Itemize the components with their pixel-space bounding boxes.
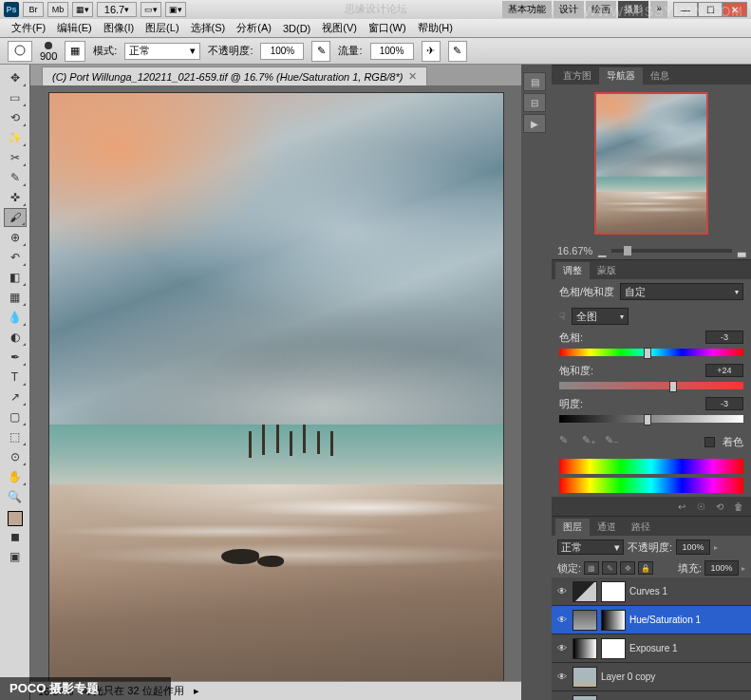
layer-mask-thumbnail[interactable] (601, 581, 626, 602)
stamp-tool[interactable]: ⊕ (4, 228, 27, 247)
menu-image[interactable]: 图像(I) (100, 19, 138, 37)
layer-mask-thumbnail[interactable] (601, 610, 626, 631)
airbrush-button[interactable]: ✈ (422, 41, 441, 62)
saturation-value-input[interactable] (705, 364, 743, 377)
zoom-out-icon[interactable]: ▁ (598, 245, 606, 257)
layer-name-label[interactable]: Layer 0 copy (601, 672, 747, 682)
shape-tool[interactable]: ▢ (4, 407, 27, 426)
history-brush-tool[interactable]: ↶ (4, 248, 27, 267)
layer-name-label[interactable]: Exposure 1 (629, 643, 747, 653)
brush-panel-toggle[interactable]: ▦ (65, 41, 85, 62)
lock-transparency-button[interactable]: ▦ (584, 561, 599, 575)
marquee-tool[interactable]: ▭ (4, 88, 27, 107)
opacity-pressure-button[interactable]: ✎ (311, 41, 330, 62)
eyedropper-tool[interactable]: ✎ (4, 168, 27, 187)
layer-row[interactable]: 👁Exposure 1 (552, 634, 751, 663)
arrange-button[interactable]: ▭▾ (141, 2, 161, 17)
menu-3d[interactable]: 3D(D) (279, 21, 314, 36)
menu-select[interactable]: 选择(S) (187, 19, 230, 37)
adjustments-tab[interactable]: 调整 (555, 262, 590, 279)
screen-mode-button[interactable]: ▣▾ (165, 2, 186, 17)
tablet-pressure-button[interactable]: ✎ (448, 41, 467, 62)
history-panel-icon[interactable]: ▤ (523, 72, 546, 91)
layer-row[interactable]: 👁Hue/Saturation 1 (552, 606, 751, 634)
layer-blend-select[interactable]: 正常▾ (557, 539, 624, 555)
saturation-slider[interactable] (559, 382, 743, 391)
blur-tool[interactable]: 💧 (4, 308, 27, 327)
layer-thumbnail[interactable] (573, 638, 597, 659)
paths-tab[interactable]: 路径 (624, 519, 658, 536)
healing-tool[interactable]: ✜ (4, 188, 27, 207)
range-select[interactable]: 全图▾ (572, 308, 629, 325)
type-tool[interactable]: T (4, 368, 27, 387)
layer-thumbnail[interactable] (573, 695, 597, 701)
masks-tab[interactable]: 蒙版 (590, 262, 624, 279)
play-panel-icon[interactable]: ▶ (523, 114, 546, 133)
gradient-tool[interactable]: ▦ (4, 288, 27, 307)
quick-mask-button[interactable]: ◼ (4, 527, 27, 546)
brush-tool-preset[interactable] (8, 41, 32, 62)
screen-mode-tool[interactable]: ▣ (4, 547, 27, 566)
eyedropper-add-icon[interactable]: ✎₊ (582, 434, 597, 449)
lightness-value-input[interactable] (705, 397, 743, 410)
minibridge-button[interactable]: Mb (47, 2, 68, 17)
info-tab[interactable]: 信息 (643, 67, 677, 85)
layer-fill-input[interactable] (704, 560, 739, 576)
actions-panel-icon[interactable]: ⊟ (523, 93, 546, 112)
layer-thumbnail[interactable] (573, 581, 597, 602)
zoom-level-dropdown[interactable]: 16.7 ▾ (97, 2, 137, 17)
foreground-color-swatch[interactable] (8, 511, 23, 526)
histogram-tab[interactable]: 直方图 (555, 67, 599, 85)
lasso-tool[interactable]: ⟲ (4, 108, 27, 127)
reset-icon[interactable]: ⟲ (711, 500, 728, 513)
brush-tool[interactable]: 🖌 (4, 208, 27, 227)
lightness-slider[interactable] (559, 415, 743, 425)
3d-tool[interactable]: ⬚ (4, 427, 27, 446)
layer-name-label[interactable]: Curves 1 (629, 586, 747, 596)
layer-row[interactable]: 👁Layer 0 copy (552, 663, 751, 691)
layers-tab[interactable]: 图层 (555, 519, 590, 536)
channels-tab[interactable]: 通道 (590, 519, 624, 536)
layer-mask-thumbnail[interactable] (601, 638, 626, 659)
menu-window[interactable]: 窗口(W) (365, 19, 410, 37)
layer-row[interactable]: 👁Curves 1 (552, 577, 751, 606)
visibility-icon[interactable]: 👁 (555, 585, 569, 598)
document-tab[interactable]: (C) Port Willunga_120211_021-659.tif @ 1… (42, 66, 427, 85)
move-tool[interactable]: ✥ (4, 68, 27, 87)
menu-analysis[interactable]: 分析(A) (233, 19, 275, 37)
blend-mode-select[interactable]: 正常▾ (124, 43, 200, 60)
view-extras-button[interactable]: ▦▾ (72, 2, 93, 17)
close-tab-icon[interactable]: ✕ (408, 70, 417, 83)
zoom-tool[interactable]: 🔍 (4, 487, 27, 506)
dodge-tool[interactable]: ◐ (4, 328, 27, 347)
visibility-icon[interactable]: 👁 (555, 614, 569, 627)
status-arrow-icon[interactable]: ▸ (194, 685, 199, 697)
wand-tool[interactable]: ✨ (4, 128, 27, 147)
opacity-input[interactable] (260, 43, 304, 60)
navigator-thumbnail[interactable] (594, 92, 708, 235)
eyedropper-icon[interactable]: ✎ (559, 434, 574, 449)
visibility-icon[interactable]: 👁 (555, 671, 569, 684)
preset-select[interactable]: 自定▾ (620, 283, 743, 300)
view-previous-icon[interactable]: ☉ (692, 500, 709, 513)
eraser-tool[interactable]: ◧ (4, 268, 27, 287)
menu-help[interactable]: 帮助(H) (414, 19, 457, 37)
bridge-button[interactable]: Br (23, 2, 44, 17)
menu-file[interactable]: 文件(F) (8, 19, 49, 37)
navigator-tab[interactable]: 导航器 (599, 67, 643, 85)
navigator-zoom-slider[interactable] (611, 249, 732, 253)
layer-name-label[interactable]: Hue/Saturation 1 (629, 615, 747, 625)
fill-arrow-icon[interactable]: ▸ (742, 564, 745, 573)
layer-thumbnail[interactable] (573, 667, 597, 688)
hand-icon[interactable]: ☟ (559, 311, 566, 323)
3d-camera-tool[interactable]: ⊙ (4, 447, 27, 466)
flow-input[interactable] (370, 43, 414, 60)
lock-all-button[interactable]: 🔒 (638, 561, 653, 575)
return-icon[interactable]: ↩ (673, 500, 690, 513)
zoom-in-icon[interactable]: ▃ (738, 245, 745, 257)
pen-tool[interactable]: ✒ (4, 348, 27, 367)
hand-tool[interactable]: ✋ (4, 467, 27, 486)
eyedropper-sub-icon[interactable]: ✎₋ (605, 434, 620, 449)
hue-value-input[interactable] (705, 331, 743, 344)
menu-layer[interactable]: 图层(L) (141, 19, 182, 37)
